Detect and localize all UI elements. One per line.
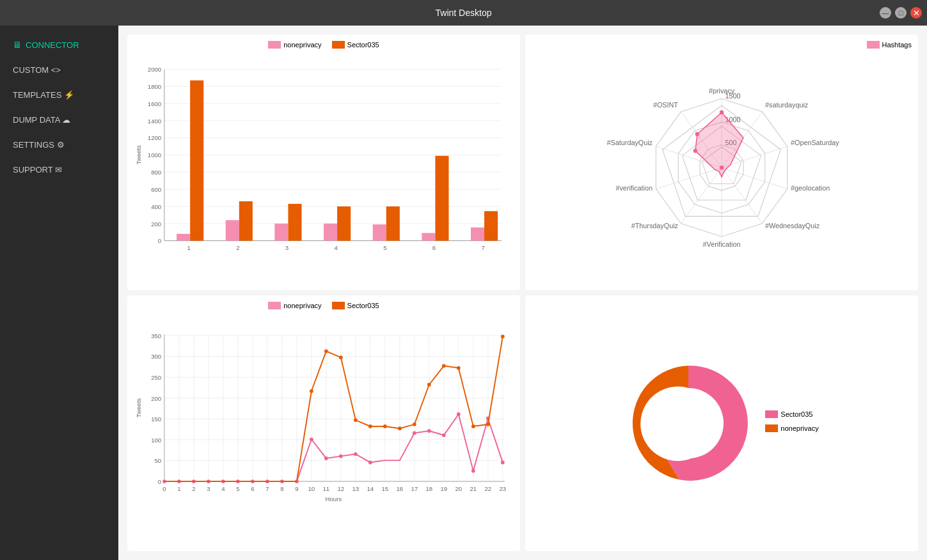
svg-text:6: 6: [432, 244, 436, 251]
svg-text:150: 150: [151, 416, 161, 423]
legend-label-noneprivacy-line: noneprivacy: [283, 302, 321, 309]
svg-point-164: [457, 412, 461, 416]
svg-text:1400: 1400: [148, 118, 161, 125]
svg-text:15: 15: [381, 485, 388, 492]
svg-text:50: 50: [154, 457, 161, 464]
svg-point-160: [368, 461, 372, 465]
svg-text:8: 8: [280, 485, 283, 492]
radar-chart-legend: Hashtags: [532, 41, 912, 49]
svg-point-173: [383, 424, 387, 428]
svg-text:350: 350: [151, 332, 161, 339]
svg-text:#ThursdayQuiz: #ThursdayQuiz: [631, 222, 679, 229]
title-bar: Twint Desktop — □ ✕: [0, 0, 927, 26]
sidebar-item-dump-data[interactable]: DUMP DATA ☁: [0, 107, 118, 132]
svg-point-179: [471, 424, 475, 428]
legend-label-sector035-bar: Sector035: [347, 41, 379, 49]
legend-color-sector035-donut: [765, 410, 778, 418]
sidebar-item-connector[interactable]: 🖥 CONNECTOR: [0, 32, 118, 58]
svg-point-163: [442, 433, 446, 437]
sidebar-item-custom[interactable]: CUSTOM <>: [0, 58, 118, 82]
svg-point-78: [693, 149, 697, 153]
svg-rect-30: [274, 224, 288, 241]
svg-text:300: 300: [151, 353, 161, 360]
svg-text:16: 16: [396, 485, 403, 492]
svg-point-177: [442, 364, 446, 368]
donut-chart-panel: Sector035 noneprivacy: [525, 295, 918, 551]
svg-text:0: 0: [158, 478, 161, 485]
svg-text:#privacy: #privacy: [709, 87, 735, 95]
svg-text:#SaturdayQuiz: #SaturdayQuiz: [607, 139, 653, 146]
svg-text:600: 600: [151, 186, 161, 193]
legend-sector035-bar: Sector035: [332, 41, 379, 49]
sidebar-item-templates-label: TEMPLATES ⚡: [13, 90, 74, 100]
svg-text:13: 13: [352, 485, 359, 492]
svg-point-165: [471, 469, 475, 473]
legend-noneprivacy-donut: noneprivacy: [765, 424, 818, 432]
svg-text:1: 1: [187, 244, 191, 251]
svg-rect-28: [239, 201, 253, 241]
legend-sector035-line: Sector035: [332, 302, 379, 309]
svg-text:22: 22: [484, 485, 491, 492]
maximize-button[interactable]: □: [895, 7, 907, 19]
svg-text:1800: 1800: [148, 83, 161, 90]
legend-label-noneprivacy-bar: noneprivacy: [283, 41, 321, 49]
line-chart-panel: noneprivacy Sector035: [127, 295, 520, 551]
sidebar-item-support-label: SUPPORT ✉: [13, 165, 62, 175]
svg-line-55: [656, 167, 722, 189]
svg-point-156: [310, 437, 313, 441]
svg-rect-43: [484, 211, 498, 240]
sidebar-item-dump-data-label: DUMP DATA ☁: [13, 115, 70, 125]
svg-text:#verification: #verification: [615, 184, 653, 192]
sidebar-item-settings[interactable]: SETTINGS ⚙: [0, 132, 118, 157]
svg-text:6: 6: [251, 485, 254, 492]
svg-text:0: 0: [162, 485, 166, 492]
svg-rect-25: [190, 81, 203, 241]
svg-rect-33: [324, 224, 337, 241]
svg-point-171: [354, 418, 358, 422]
legend-label-hashtags: Hashtags: [882, 41, 912, 49]
close-button[interactable]: ✕: [910, 7, 922, 19]
legend-color-noneprivacy-donut: [765, 424, 778, 432]
svg-point-170: [339, 355, 343, 359]
svg-rect-27: [226, 220, 239, 240]
sidebar-item-support[interactable]: SUPPORT ✉: [0, 157, 118, 182]
donut-chart-svg: [624, 359, 752, 487]
svg-text:3: 3: [285, 244, 289, 251]
svg-text:200: 200: [151, 395, 161, 402]
svg-text:100: 100: [151, 437, 161, 444]
connector-icon: 🖥: [13, 40, 22, 50]
sidebar: 🖥 CONNECTOR CUSTOM <> TEMPLATES ⚡ DUMP D…: [0, 26, 118, 560]
legend-label-sector035-line: Sector035: [347, 302, 379, 309]
svg-text:17: 17: [411, 485, 418, 492]
svg-text:200: 200: [151, 221, 161, 228]
legend-color-sector035-bar: [332, 41, 345, 49]
radar-chart-panel: Hashtags: [525, 35, 918, 290]
svg-rect-42: [471, 228, 484, 241]
svg-text:#saturdayquiz: #saturdayquiz: [765, 101, 809, 109]
minimize-button[interactable]: —: [880, 7, 891, 19]
svg-text:1600: 1600: [148, 100, 161, 107]
svg-point-168: [310, 389, 313, 393]
svg-rect-36: [373, 224, 386, 240]
legend-label-noneprivacy-donut: noneprivacy: [780, 424, 818, 432]
svg-point-174: [398, 426, 402, 430]
svg-rect-37: [386, 206, 400, 241]
legend-color-noneprivacy-line: [268, 302, 281, 309]
svg-point-172: [368, 424, 372, 428]
donut-legend: Sector035 noneprivacy: [765, 410, 818, 432]
svg-rect-40: [435, 156, 448, 241]
svg-line-51: [722, 167, 788, 189]
svg-text:7: 7: [265, 485, 269, 492]
svg-point-75: [720, 166, 724, 169]
svg-text:1: 1: [177, 485, 180, 492]
svg-text:5: 5: [383, 244, 386, 251]
svg-point-159: [354, 452, 358, 456]
svg-rect-34: [337, 206, 351, 241]
sidebar-item-templates[interactable]: TEMPLATES ⚡: [0, 82, 118, 107]
bar-chart-legend: noneprivacy Sector035: [134, 41, 514, 49]
svg-text:2: 2: [236, 244, 239, 251]
svg-text:14: 14: [367, 485, 374, 492]
svg-text:Tweets: Tweets: [135, 145, 142, 165]
legend-hashtags: Hashtags: [867, 41, 912, 49]
svg-point-181: [501, 334, 505, 338]
